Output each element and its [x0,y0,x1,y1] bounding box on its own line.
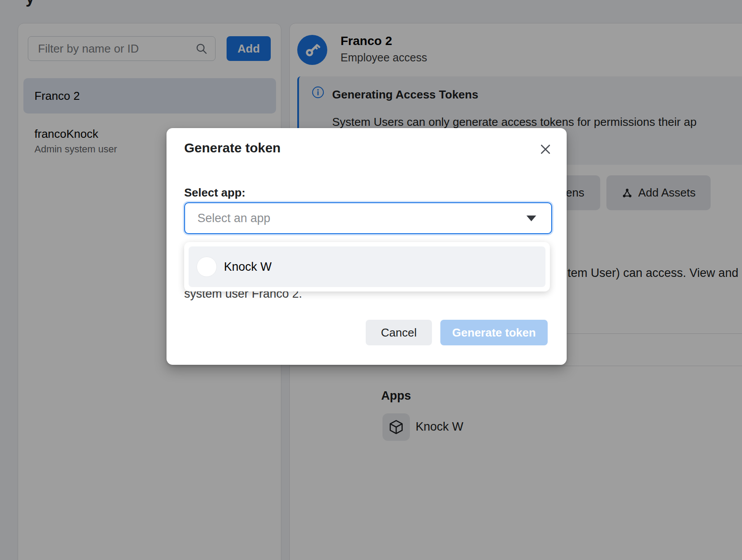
select-placeholder: Select an app [197,212,526,225]
modal-title: Generate token [184,140,280,155]
generate-token-button[interactable]: Generate token [440,320,548,345]
app-select-dropdown[interactable]: Select an app [184,202,552,234]
app-avatar-placeholder [197,257,217,277]
screen: y Filter by name or ID Add Franco 2 fran… [0,0,742,560]
chevron-down-icon [526,216,536,221]
generate-token-modal: Generate token Select app: Select an app… [167,128,567,365]
dropdown-option-label: Knock W [224,260,272,274]
dropdown-option-knock-w[interactable]: Knock W [189,246,545,287]
app-dropdown-menu: Knock W [184,242,550,291]
cancel-button[interactable]: Cancel [366,320,432,345]
close-icon[interactable] [538,141,553,157]
select-app-label: Select app: [184,186,246,200]
